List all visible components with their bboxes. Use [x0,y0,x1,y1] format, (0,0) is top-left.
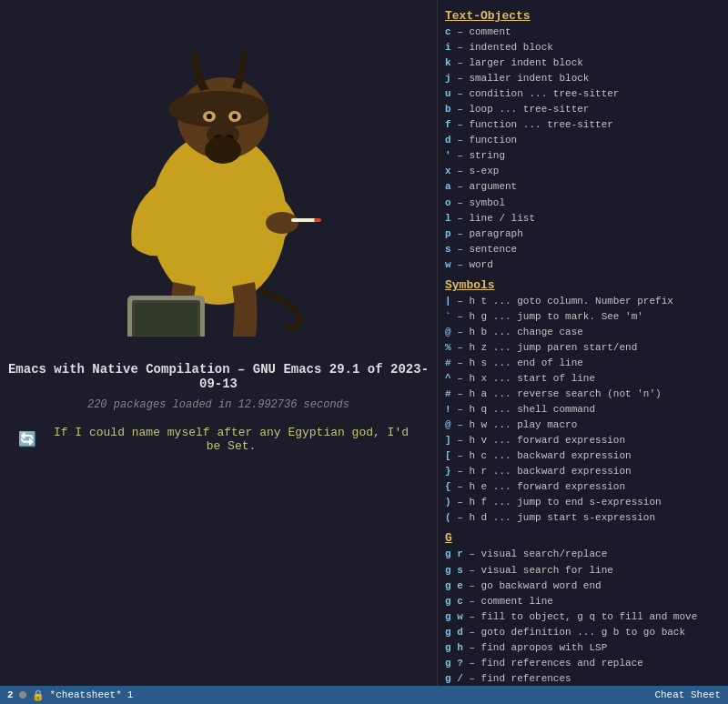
list-item: [ – h c ... backward expression [445,448,721,464]
key-char: ' [445,150,451,161]
key-char: l [445,213,451,224]
quote-line: 🔄 If I could name myself after any Egypt… [0,426,437,453]
key-char: @ [445,419,451,430]
list-item: # – h s ... end of line [445,356,721,371]
list-item: c – comment [445,25,721,40]
quote-text: If I could name myself after any Egyptia… [44,426,419,453]
list-item: ! – h q ... shell command [445,402,721,417]
list-item: ) – h f ... jump to end s-expression [445,495,721,510]
list-item: @ – h b ... change case [445,325,721,340]
list-item: | – h t ... goto column. Number prefix [445,294,721,309]
buffer-num: 1 [127,689,134,700]
list-item: g h – find apropos with LSP [445,640,721,656]
key-char: a [445,181,451,192]
keybind-list-1: | – h t ... goto column. Number prefix` … [445,294,721,527]
key-char: # [445,388,451,399]
list-item: g d – goto definition ... g b to go back [445,625,721,640]
list-item: ( – h d ... jump start s-expression [445,510,721,526]
svg-rect-18 [135,303,197,336]
list-item: i – indented block [445,40,721,55]
key-char: p [445,228,451,239]
status-dot [19,691,26,699]
key-char: ! [445,404,451,415]
key-char: s [445,244,451,255]
right-panel[interactable]: Text-Objectsc – commenti – indented bloc… [437,0,728,686]
list-item: x – s-exp [445,164,721,179]
list-item: s – sentence [445,242,721,257]
key-char: w [445,259,451,270]
key-char: o [445,197,451,208]
quote-icon: 🔄 [18,430,36,448]
list-item: d – function [445,133,721,148]
status-right: Cheat Sheet [654,689,721,700]
key-char: @ [445,327,451,337]
key-char: g s [445,565,463,576]
key-char: g c [445,596,463,607]
svg-point-4 [207,114,212,119]
list-item: g ? – find references and replace [445,656,721,671]
key-char: f [445,119,451,130]
list-item: ' – string [445,148,721,164]
key-char: k [445,57,451,68]
key-char: j [445,73,451,84]
key-char: g h [445,642,463,653]
list-item: g r – visual search/replace [445,547,721,562]
keybind-list-2: g r – visual search/replaceg s – visual … [445,547,721,686]
status-left: 2 🔒 *cheatsheet* 1 [7,689,133,701]
svg-point-10 [205,136,241,164]
key-char: ) [445,497,451,508]
svg-point-2 [168,91,268,127]
left-panel: Emacs with Native Compilation – GNU Emac… [0,0,437,704]
key-char: ( [445,512,451,523]
list-item: a – argument [445,179,721,195]
key-char: b [445,104,451,115]
key-char: # [445,357,451,368]
key-char: c [445,26,451,37]
key-char: ] [445,435,451,446]
key-char: g ? [445,658,463,669]
list-item: @ – h w ... play macro [445,417,721,433]
list-item: l – line / list [445,211,721,226]
key-char: { [445,481,451,492]
key-char: g w [445,611,463,622]
list-item: ] – h v ... forward expression [445,433,721,448]
key-char: g r [445,548,463,559]
list-item: ` – h g ... jump to mark. See 'm' [445,309,721,325]
list-item: g c – comment line [445,594,721,609]
gnu-mascot-image [73,18,364,346]
list-item: b – loop ... tree-sitter [445,102,721,117]
key-char: ` [445,311,451,322]
file-lock-icon: 🔒 [32,689,45,701]
key-char: d [445,135,451,146]
key-char: i [445,42,451,53]
buffer-name: *cheatsheet* [50,689,122,700]
section-title-2: G [445,531,721,545]
key-char: | [445,296,451,307]
key-char: u [445,88,451,99]
packages-loaded: 220 packages loaded in 12.992736 seconds [87,398,349,411]
svg-point-6 [232,114,238,119]
svg-point-11 [266,212,298,234]
list-item: j – smaller indent block [445,71,721,86]
list-item: p – paragraph [445,226,721,242]
mode-line-number: 2 [7,689,14,700]
section-title-1: Symbols [445,278,721,292]
svg-rect-12 [291,218,317,222]
list-item: { – h e ... forward expression [445,479,721,495]
svg-rect-13 [314,218,321,222]
list-item: g s – visual search for line [445,563,721,578]
list-item: g e – go backward word end [445,578,721,594]
status-bar: 2 🔒 *cheatsheet* 1 Cheat Sheet [0,686,728,704]
key-char: % [445,342,451,353]
list-item: g / – find references [445,671,721,686]
key-char: x [445,166,451,176]
key-char: g e [445,580,463,591]
list-item: k – larger indent block [445,55,721,71]
list-item: ^ – h x ... start of line [445,371,721,387]
list-item: o – symbol [445,196,721,211]
list-item: f – function ... tree-sitter [445,117,721,133]
list-item: # – h a ... reverse search (not 'n') [445,387,721,402]
keybind-list-0: c – commenti – indented blockk – larger … [445,25,721,273]
emacs-title: Emacs with Native Compilation – GNU Emac… [0,362,437,391]
list-item: w – word [445,257,721,273]
